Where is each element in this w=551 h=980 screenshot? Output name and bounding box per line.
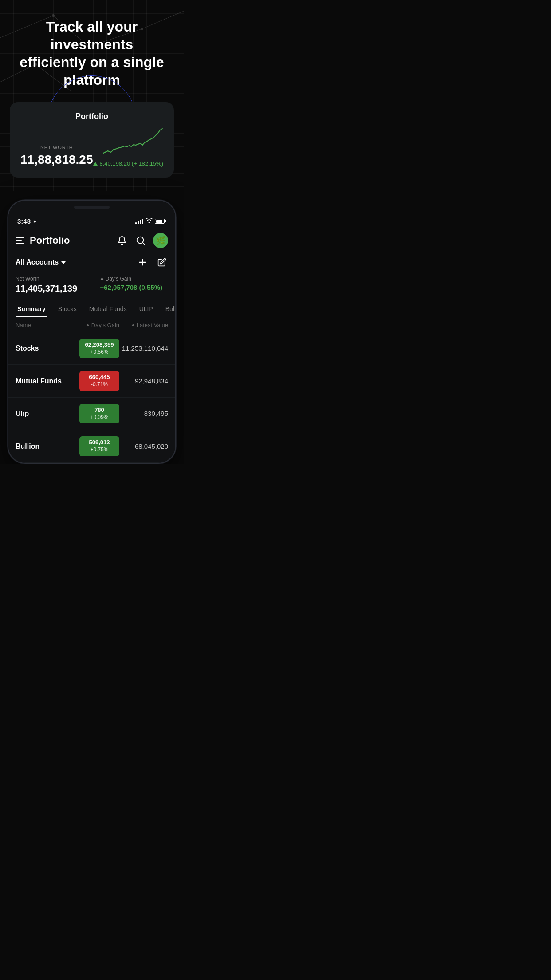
net-worth-label: Net Worth <box>16 276 84 282</box>
days-gain-value: +62,057,708 (0.55%) <box>100 284 169 291</box>
status-bar: 3:48 ► <box>8 214 175 227</box>
gain-arrow-icon <box>93 162 98 166</box>
card-gain-badge: 8,40,198.20 (+ 182.15%) <box>93 160 163 167</box>
days-gain-block: Day's Gain +62,057,708 (0.55%) <box>93 276 169 294</box>
status-icons <box>135 218 166 225</box>
portfolio-card-title: Portfolio <box>20 112 163 121</box>
battery-icon <box>155 219 166 224</box>
gain-tag-1: 660,445 -0.71% <box>79 371 119 391</box>
app-title: Portfolio <box>30 235 70 246</box>
card-net-worth-label: NET WORTH <box>20 145 93 150</box>
account-caret-icon <box>61 261 66 264</box>
col-sort-caret-icon-2 <box>131 324 135 326</box>
row-gain-cell-3: 509,013 +0.75% <box>66 436 119 456</box>
col-name-header: Name <box>16 322 66 328</box>
gain-tag-3: 509,013 +0.75% <box>79 436 119 456</box>
portfolio-card-left: NET WORTH 11,88,818.25 <box>20 145 93 167</box>
tab-ulip[interactable]: ULIP <box>138 301 155 317</box>
status-time: 3:48 ► <box>17 217 37 225</box>
tab-summary[interactable]: Summary <box>16 301 47 317</box>
avatar-emoji: 🌿 <box>156 236 165 245</box>
row-name-3: Bullion <box>16 443 66 450</box>
row-latest-cell-0: 11,253,110,644 <box>119 344 168 352</box>
row-name-0: Stocks <box>16 344 66 352</box>
phone-notch-bar <box>8 201 175 214</box>
search-icon[interactable] <box>134 234 147 247</box>
app-header: Portfolio <box>8 227 175 253</box>
svg-point-6 <box>52 14 55 17</box>
header-left: Portfolio <box>16 235 70 246</box>
table-header: Name Day's Gain Latest Value <box>8 317 175 332</box>
header-right: 🌿 <box>116 233 168 248</box>
edit-button[interactable] <box>156 256 168 269</box>
hero-section: Track all your investments efficiently o… <box>0 0 184 191</box>
tab-stocks[interactable]: Stocks <box>56 301 79 317</box>
notch-pill <box>74 206 110 209</box>
portfolio-card-body: NET WORTH 11,88,818.25 8,40,198.20 (+ 18… <box>20 126 163 167</box>
all-accounts-label: All Accounts <box>16 258 59 266</box>
table-row[interactable]: Stocks 62,208,359 +0.56% 11,253,110,644 <box>8 332 175 365</box>
app-content: Portfolio <box>8 227 175 463</box>
account-actions <box>136 256 168 269</box>
all-accounts-button[interactable]: All Accounts <box>16 258 66 266</box>
card-net-worth-value: 11,88,818.25 <box>20 153 93 167</box>
portfolio-card: Portfolio NET WORTH 11,88,818.25 8,40,19… <box>10 102 174 178</box>
row-gain-cell-2: 780 +0.09% <box>66 404 119 423</box>
days-gain-caret-icon <box>100 277 104 280</box>
table-row[interactable]: Ulip 780 +0.09% 830,495 <box>8 398 175 430</box>
tab-bullion[interactable]: Bullion <box>164 301 176 317</box>
row-gain-cell-1: 660,445 -0.71% <box>66 371 119 391</box>
gain-tag-0: 62,208,359 +0.56% <box>79 339 119 358</box>
phone-wrapper: 3:48 ► <box>0 200 184 464</box>
row-latest-cell-1: 92,948,834 <box>119 377 168 385</box>
row-latest-cell-2: 830,495 <box>119 410 168 418</box>
tabs-row: Summary Stocks Mutual Funds ULIP Bullion <box>8 301 175 317</box>
row-name-2: Ulip <box>16 410 66 418</box>
avatar-button[interactable]: 🌿 <box>153 233 168 248</box>
tab-mutual-funds[interactable]: Mutual Funds <box>87 301 129 317</box>
account-row: All Accounts <box>8 253 175 274</box>
time-display: 3:48 <box>17 217 31 225</box>
net-worth-block: Net Worth 11,405,371,139 <box>16 276 84 294</box>
phone-frame: 3:48 ► <box>8 200 176 464</box>
card-gain-value: 8,40,198.20 (+ 182.15%) <box>99 160 163 167</box>
mini-chart <box>101 126 163 158</box>
gain-tag-2: 780 +0.09% <box>79 404 119 423</box>
svg-line-11 <box>142 242 144 244</box>
days-gain-label: Day's Gain <box>100 276 169 282</box>
col-days-gain-header: Day's Gain <box>66 322 119 328</box>
hamburger-menu-icon[interactable] <box>16 237 24 244</box>
location-arrow-icon: ► <box>33 219 37 224</box>
signal-bars-icon <box>135 219 143 224</box>
table-rows-container: Stocks 62,208,359 +0.56% 11,253,110,644 … <box>8 332 175 463</box>
row-name-1: Mutual Funds <box>16 377 66 385</box>
row-gain-cell-0: 62,208,359 +0.56% <box>66 339 119 358</box>
row-latest-cell-3: 68,045,020 <box>119 443 168 450</box>
net-worth-section: Net Worth 11,405,371,139 Day's Gain +62,… <box>8 274 175 301</box>
table-row[interactable]: Bullion 509,013 +0.75% 68,045,020 <box>8 430 175 462</box>
col-sort-caret-icon <box>86 324 90 326</box>
portfolio-card-right: 8,40,198.20 (+ 182.15%) <box>93 126 163 167</box>
wifi-icon <box>146 218 153 225</box>
portfolio-card-wrapper: Portfolio NET WORTH 11,88,818.25 8,40,19… <box>9 102 175 178</box>
add-account-button[interactable] <box>136 256 149 269</box>
bell-icon[interactable] <box>116 234 128 247</box>
table-row[interactable]: Mutual Funds 660,445 -0.71% 92,948,834 <box>8 365 175 397</box>
net-worth-value: 11,405,371,139 <box>16 284 84 294</box>
col-latest-header: Latest Value <box>119 322 168 328</box>
